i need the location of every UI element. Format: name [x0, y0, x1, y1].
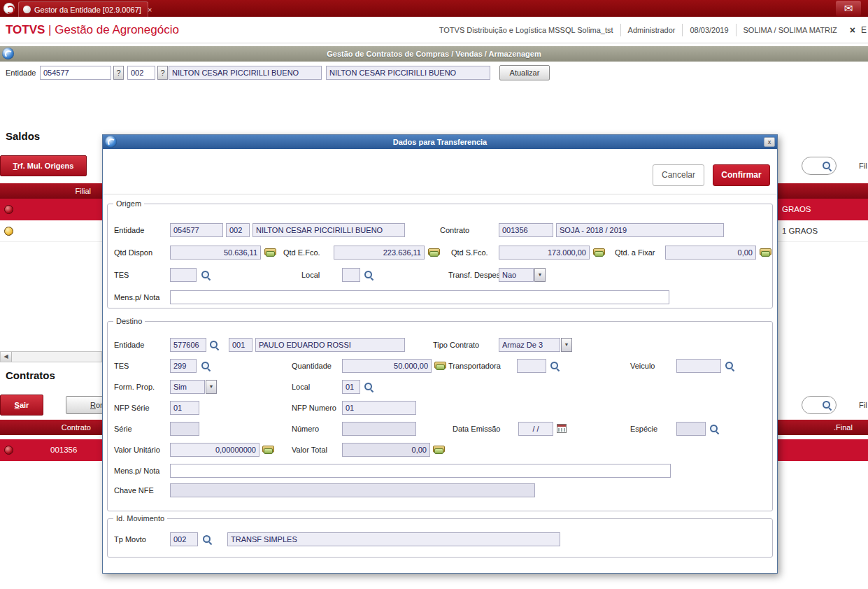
nfp-numero-input[interactable]: 01 [342, 401, 416, 415]
qtd-sfco-label: Qtd S.Fco. [451, 246, 488, 260]
search-icon [822, 161, 832, 171]
mail-button[interactable]: ✉ [836, 1, 861, 16]
numero-label: Número [292, 422, 319, 436]
user-label: Administrador [621, 26, 683, 34]
entidade-lookup-icon[interactable] [209, 340, 220, 350]
saldos-search-box[interactable] [802, 157, 837, 175]
contratos-search-box[interactable] [802, 396, 837, 414]
entidade-label: Entidade [6, 66, 36, 80]
tes-lookup-icon[interactable] [201, 361, 211, 371]
tab-close-icon[interactable]: × [148, 6, 152, 14]
confirmar-button[interactable]: Confirmar [713, 164, 770, 186]
loja-help-button[interactable]: ? [157, 66, 168, 80]
local-lookup-icon[interactable] [364, 270, 374, 281]
transportadora-lookup-icon[interactable] [550, 361, 560, 371]
qtd-fixar-input[interactable]: 0,00 [665, 246, 756, 260]
chevron-down-icon[interactable]: ▼ [561, 338, 572, 352]
numero-input [342, 422, 416, 436]
serie-label: Série [114, 422, 132, 436]
dialog-titlebar[interactable]: Dados para Transferencia x [103, 135, 777, 149]
date-label: 08/03/2019 [683, 26, 735, 34]
chave-nfe-input [170, 483, 535, 497]
atualizar-button[interactable]: Atualizar [499, 65, 550, 80]
quantidade-label: Quantidade [292, 359, 332, 373]
form-prop-select[interactable]: Sim [170, 380, 205, 394]
cancelar-button[interactable]: Cancelar [653, 164, 704, 186]
money-icon[interactable] [262, 446, 274, 454]
header-close-icon[interactable]: × [844, 24, 861, 36]
origem-tes-input[interactable] [170, 268, 197, 282]
origem-mens-input[interactable] [170, 290, 669, 304]
local-lookup-icon[interactable] [364, 382, 374, 392]
search-icon [822, 400, 832, 411]
veiculo-lookup-icon[interactable] [725, 361, 735, 371]
col-final[interactable]: .Final [834, 420, 853, 435]
money-icon[interactable] [264, 248, 276, 257]
origem-contrato-input[interactable]: 001356 [499, 223, 553, 237]
chave-nfe-label: Chave NFE [114, 483, 154, 497]
chevron-down-icon[interactable]: ▼ [534, 268, 546, 282]
money-icon[interactable] [433, 446, 445, 454]
origem-local-label: Local [301, 268, 320, 282]
divider [103, 194, 777, 194]
scroll-left-icon[interactable]: ◀ [1, 352, 12, 362]
valor-unitario-input[interactable]: 0,00000000 [170, 443, 259, 457]
tp-movto-input[interactable]: 002 [170, 532, 198, 546]
calendar-icon[interactable] [557, 424, 567, 433]
qtd-sfco-input[interactable]: 173.000,00 [499, 246, 590, 260]
col-filial[interactable]: Filial [3, 183, 91, 199]
sair-button[interactable]: Sair [0, 395, 43, 416]
brand-module: | Gestão de Agronegócio [45, 23, 179, 36]
entidade-code-input[interactable]: 054577 [40, 66, 111, 80]
chevron-down-icon[interactable]: ▼ [206, 380, 217, 394]
romaneio-accel: R [90, 401, 96, 409]
valor-total-input: 0,00 [342, 443, 430, 457]
money-icon[interactable] [428, 248, 440, 257]
qtd-dispon-input[interactable]: 50.636,11 [170, 246, 261, 260]
qtd-efco-input[interactable]: 223.636,11 [334, 246, 425, 260]
transf-despesa-select[interactable]: Nao [499, 268, 534, 282]
money-icon[interactable] [593, 248, 605, 257]
tipo-contrato-label: Tipo Contrato [433, 338, 479, 352]
entidade-name-copy-field: NILTON CESAR PICCIRILLI BUENO [326, 66, 490, 80]
entidade-help-button[interactable]: ? [113, 66, 124, 80]
origem-entidade-label: Entidade [114, 223, 144, 237]
saldos-horizontal-scrollbar[interactable]: ◀ [0, 351, 102, 362]
quantidade-input[interactable]: 50.000,00 [342, 359, 432, 373]
origem-nome-field: NILTON CESAR PICCIRILLI BUENO [252, 223, 405, 237]
tab-gestor-da-entidade[interactable]: Gestor da Entidade [02.9.0067] × [18, 1, 148, 17]
veiculo-input[interactable] [676, 359, 721, 373]
tp-movto-desc-field: TRANSF SIMPLES [227, 532, 560, 546]
origem-contrato-label: Contrato [440, 223, 469, 237]
destino-mens-input[interactable] [170, 464, 671, 478]
nfp-numero-label: NFP Numero [292, 401, 336, 415]
money-icon[interactable] [434, 362, 446, 370]
tp-movto-lookup-icon[interactable] [202, 534, 213, 545]
loja-input[interactable]: 002 [127, 66, 155, 80]
money-icon[interactable] [760, 248, 771, 257]
destino-local-input[interactable]: 01 [342, 380, 360, 394]
data-emissao-input[interactable]: / / [518, 422, 553, 436]
envelope-icon: ✉ [844, 2, 853, 14]
nfp-serie-label: NFP Série [114, 401, 150, 415]
contrato-number: 001356 [50, 439, 77, 461]
origem-loja-input[interactable]: 002 [226, 223, 250, 237]
tes-lookup-icon[interactable] [201, 270, 211, 281]
trf-mul-origens-button[interactable]: Trf. Mul. Origens [0, 155, 87, 176]
origem-local-input[interactable] [342, 268, 360, 282]
nfp-serie-input[interactable]: 01 [170, 401, 199, 415]
status-dot-yellow-icon [4, 227, 13, 236]
destino-tes-input[interactable]: 299 [170, 359, 197, 373]
destino-loja-input[interactable]: 001 [229, 338, 252, 352]
tipo-contrato-select[interactable]: Armaz De 3 [499, 338, 560, 352]
clipped-menu-text[interactable]: E [861, 25, 868, 35]
movimento-legend: Id. Movimento [113, 513, 167, 523]
col-contrato[interactable]: Contrato [3, 420, 91, 435]
destino-entidade-input[interactable]: 577606 [170, 338, 206, 352]
serie-input [170, 422, 199, 436]
origem-entidade-input[interactable]: 054577 [170, 223, 223, 237]
dialog-close-button[interactable]: x [764, 137, 775, 147]
especie-lookup-icon[interactable] [709, 424, 720, 434]
contratos-filter-label: Fil [859, 396, 868, 414]
transportadora-input[interactable] [517, 359, 546, 373]
